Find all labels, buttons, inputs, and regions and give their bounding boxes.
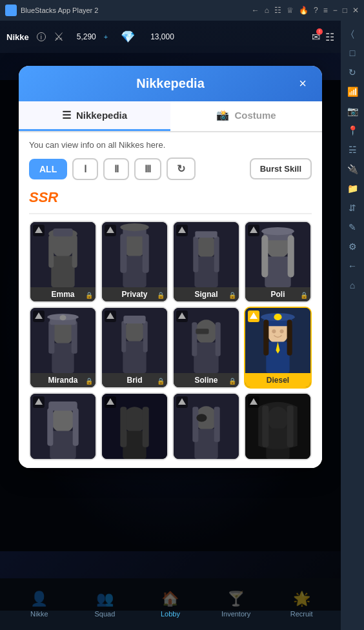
character-card-soline[interactable]: 🔒 Soline [172, 307, 240, 389]
char10-badge [105, 396, 116, 408]
svg-rect-31 [261, 235, 268, 278]
svg-marker-49 [106, 312, 114, 319]
modal-title: Nikkepedia [136, 76, 205, 91]
character-card-11[interactable] [172, 392, 240, 460]
char11-badge [176, 396, 188, 408]
svg-rect-55 [196, 329, 208, 334]
right-sidebar: 〈 □ ↻ 📶 📷 📍 ☵ 🔌 📁 ⇵ ✎ ⚙ ← ⌂ [341, 21, 364, 630]
poli-badge [248, 225, 259, 236]
svg-marker-56 [178, 312, 186, 319]
svg-point-70 [51, 407, 74, 432]
sidebar-home-icon[interactable]: ⌂ [345, 278, 360, 293]
filter-row: ALL Ⅰ Ⅱ Ⅲ ↻ Burst Skill [29, 158, 312, 180]
character-card-brid[interactable]: 🔒 Brid [101, 307, 168, 389]
tab-costume[interactable]: 📸 Costume [170, 101, 322, 131]
modal-description: You can view info on all Nikkes here. [29, 140, 312, 150]
svg-rect-52 [194, 343, 218, 373]
filter-burst3-button[interactable]: Ⅲ [134, 158, 161, 180]
soline-badge [176, 310, 188, 322]
svg-rect-92 [262, 405, 268, 447]
svg-marker-18 [106, 227, 114, 233]
ssr-label: SSR [29, 188, 312, 214]
sidebar-expand-icon[interactable]: 〈 [345, 26, 360, 41]
svg-rect-54 [216, 322, 221, 356]
sidebar-screenshot-icon[interactable]: 📷 [345, 103, 360, 119]
miranda-lock: 🔒 [85, 378, 93, 385]
brid-lock: 🔒 [157, 378, 165, 385]
crown-button[interactable]: ♕ [287, 6, 294, 15]
header-action-icons: ✉ ! ☷ [312, 31, 334, 43]
svg-point-30 [261, 227, 294, 235]
tab-nikkepedia[interactable]: ☰ Nikkepedia [19, 101, 170, 131]
player-name: Nikke [6, 32, 29, 42]
modal-tabs: ☰ Nikkepedia 📸 Costume [19, 101, 322, 132]
sidebar-location-icon[interactable]: 📍 [345, 123, 360, 138]
sidebar-fullscreen-icon[interactable]: □ [345, 45, 360, 61]
svg-marker-33 [250, 227, 258, 233]
character-card-diesel[interactable]: Diesel [244, 307, 312, 389]
mail-icon[interactable]: ✉ ! [312, 31, 320, 43]
game-area: Nikke i ⚔ 5,290 + 💎 13,000 ✉ ! ☷ [0, 21, 341, 630]
svg-rect-45 [123, 341, 146, 373]
flame-button[interactable]: 🔥 [299, 6, 308, 15]
filter-burst2-button[interactable]: Ⅱ [103, 158, 129, 180]
sidebar-layers-icon[interactable]: ☵ [345, 142, 360, 158]
svg-rect-5 [51, 256, 74, 287]
modal-overlay: Nikkepedia × ☰ Nikkepedia 📸 Costume You … [0, 53, 341, 611]
svg-marker-42 [35, 312, 43, 319]
currency-plus: + [104, 33, 108, 41]
sidebar-back-icon[interactable]: ← [345, 258, 360, 274]
help-button[interactable]: ? [314, 6, 318, 15]
filter-all-button[interactable]: ALL [29, 159, 67, 179]
minimize-button[interactable]: − [333, 6, 338, 15]
currency-value: 5,290 [77, 32, 96, 41]
modal-header: Nikkepedia × [19, 66, 322, 101]
sidebar-rotate-icon[interactable]: ↻ [345, 65, 360, 80]
sidebar-connect-icon[interactable]: 🔌 [345, 161, 360, 177]
burst-skill-button[interactable]: Burst Skill [250, 158, 312, 179]
home-button[interactable]: ⌂ [265, 6, 269, 15]
nikke-nav-label: Nikke [30, 610, 48, 618]
menu-button[interactable]: ≡ [323, 6, 328, 15]
character-card-emma[interactable]: 🔒 Emma [29, 221, 97, 303]
svg-rect-79 [120, 407, 126, 447]
svg-rect-36 [52, 343, 74, 373]
maximize-button[interactable]: □ [343, 6, 347, 15]
lobby-nav-label: Lobby [161, 610, 180, 618]
menu-grid-icon[interactable]: ☷ [325, 31, 334, 43]
sidebar-folder-icon[interactable]: 📁 [345, 181, 360, 196]
character-card-miranda[interactable]: 🔒 Miranda [29, 307, 97, 389]
sidebar-resize-icon[interactable]: ⇵ [345, 200, 360, 216]
character-card-10[interactable] [101, 392, 168, 460]
squad-nav-label: Squad [94, 610, 115, 618]
privaty-lock: 🔒 [157, 292, 165, 299]
svg-rect-23 [214, 236, 219, 272]
svg-rect-74 [48, 401, 77, 411]
svg-marker-94 [250, 398, 258, 405]
info-icon[interactable]: i [37, 32, 46, 41]
apps-button[interactable]: ☷ [274, 6, 281, 15]
svg-rect-37 [48, 321, 54, 354]
modal-close-button[interactable]: × [294, 75, 312, 93]
svg-marker-88 [178, 398, 186, 405]
character-card-poli[interactable]: 🔒 Poli [244, 221, 312, 303]
character-card-12[interactable] [244, 392, 312, 460]
sidebar-settings-icon[interactable]: ⚙ [345, 239, 360, 254]
character-card-signal[interactable]: 🔒 Signal [172, 221, 240, 303]
sidebar-edit-icon[interactable]: ✎ [345, 219, 360, 235]
svg-marker-75 [35, 398, 43, 405]
character-card-9[interactable] [29, 392, 97, 460]
window-controls: ← ⌂ ☷ ♕ 🔥 ? ≡ − □ ✕ [252, 6, 359, 15]
sidebar-shake-icon[interactable]: 📶 [345, 84, 360, 99]
svg-point-17 [120, 223, 148, 231]
svg-marker-68 [250, 312, 258, 319]
svg-rect-93 [287, 405, 294, 447]
filter-burst1-button[interactable]: Ⅰ [72, 158, 98, 180]
svg-rect-32 [288, 235, 294, 278]
back-button[interactable]: ← [252, 6, 259, 15]
filter-refresh-button[interactable]: ↻ [167, 158, 196, 180]
close-window-button[interactable]: ✕ [352, 6, 359, 15]
svg-rect-64 [287, 320, 292, 356]
svg-rect-48 [123, 316, 145, 323]
character-card-privaty[interactable]: 🔒 Privaty [101, 221, 168, 303]
